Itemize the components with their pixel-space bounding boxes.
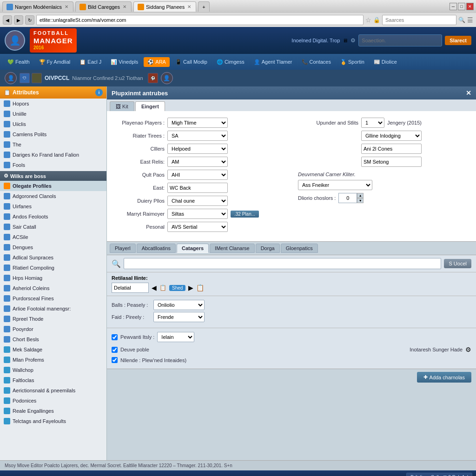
sidebar-item-arlioe[interactable]: Arlioe Footoial manengsr: — [0, 304, 106, 314]
select-marryt[interactable]: Siltas — [167, 209, 228, 219]
sidebar-item-rlatierl[interactable]: Rlatierl Compoling — [0, 263, 106, 273]
nav-diolice[interactable]: 📰 Diolice — [370, 57, 401, 67]
nav-sportin[interactable]: 🏅 Sportin — [337, 57, 368, 67]
sidebar-item-telctags[interactable]: Telctags and Fayeloults — [0, 416, 106, 426]
fm-search-input[interactable] — [358, 34, 442, 46]
sidebar-item-camlens[interactable]: Camlens Polits — [0, 129, 106, 139]
retrieval-right-icon[interactable]: ▶ — [188, 284, 193, 291]
sidebar-item-fools[interactable]: Fools — [0, 160, 106, 170]
sidebar-item-uirfanes[interactable]: Uirfanes — [0, 201, 106, 212]
close-btn[interactable]: ✕ — [466, 3, 474, 10]
nav-cimgess[interactable]: 🌐 Cimgess — [213, 57, 248, 67]
sidebar-item-pooyrdor[interactable]: Pooyrdor — [0, 324, 106, 334]
sidebar-item-mek[interactable]: Mek Saldage — [0, 344, 106, 355]
search-btn[interactable]: S Uocel — [444, 259, 471, 268]
checkbox-nllende[interactable] — [112, 357, 118, 363]
spinner-down[interactable]: ▼ — [357, 198, 364, 203]
sub-tab-catagers[interactable]: Catagers — [177, 244, 209, 253]
sidebar-item-adlical[interactable]: Adlical Sunpraces — [0, 252, 106, 263]
fm-settings-icon[interactable]: ⚙ — [350, 37, 356, 44]
sidebar-item-acsite[interactable]: ACSile — [0, 232, 106, 242]
sidebar-item-faltloclas[interactable]: Faltloclas — [0, 375, 106, 385]
filter-select-balls[interactable]: Onliolio — [153, 300, 205, 310]
input-ani[interactable] — [361, 144, 422, 154]
sub-tab-playerl[interactable]: Playerl — [110, 244, 136, 253]
nav-eacl[interactable]: 📋 Eacl J — [76, 57, 105, 67]
url-input[interactable] — [36, 15, 364, 25]
retrieval-left-icon[interactable]: ◀ — [152, 284, 157, 291]
sidebar-item-reale[interactable]: Reale Engallinges — [0, 406, 106, 416]
filter-select-faid[interactable]: Frende — [153, 312, 205, 322]
select-gllina[interactable]: Glline Inlodging — [361, 131, 422, 141]
sub-tab-gloenp[interactable]: Gloenpatics — [281, 244, 318, 253]
sidebar-item-rpreel[interactable]: Rpreel Thode — [0, 314, 106, 324]
sidebar-item-hopors[interactable]: Hopors — [0, 99, 106, 109]
select-ielain[interactable]: Ielain — [157, 332, 194, 342]
nav-fy-amdlial[interactable]: 🏆 Fy Amdlial — [35, 57, 74, 67]
bonus-input[interactable] — [338, 193, 357, 203]
tab-2-close[interactable]: ✕ — [122, 4, 127, 9]
bookmark-icon[interactable]: ☆ — [365, 16, 371, 24]
select-pesonal[interactable]: AVS Sertial — [167, 222, 228, 232]
taskbar-item[interactable]: Brikdisge Solly 🖥 2 Rob Avl — [406, 473, 472, 476]
sidebar-item-uniille[interactable]: Uniille — [0, 109, 106, 119]
sidebar-item-adgoroned[interactable]: Adgoroned Clanols — [0, 191, 106, 201]
panel-tab-eingert[interactable]: Eingert — [135, 101, 165, 111]
sidebar-item-dariges[interactable]: Dariges Ko Frand land Falion — [0, 150, 106, 160]
back-btn[interactable]: ◀ — [3, 15, 12, 25]
checkbox-deuve[interactable] — [112, 347, 118, 353]
retrieval-input[interactable] — [112, 283, 149, 293]
browser-search-input[interactable] — [382, 15, 456, 25]
nav-fealth[interactable]: 💚 Fealth — [4, 57, 33, 67]
select-playenao[interactable]: Migh Tlime — [167, 118, 228, 128]
tab-1[interactable]: Nargen Modéenlaics ✕ — [2, 1, 73, 12]
sidebar-item-podonices[interactable]: Podonices — [0, 396, 106, 406]
sidebar-item-olegate[interactable]: Olegate Profiles — [0, 181, 106, 191]
sidebar-item-andos[interactable]: Andos Feoloots — [0, 212, 106, 222]
tab-2[interactable]: Bild Caregges ✕ — [75, 1, 132, 12]
nav-call-modip[interactable]: 📱 Call Modip — [172, 57, 211, 67]
sidebar-item-mlan[interactable]: Mlan Profems — [0, 355, 106, 365]
select-riater[interactable]: SA — [167, 131, 228, 141]
sidebar-item-sair[interactable]: Sair Catall — [0, 222, 106, 232]
new-tab-btn[interactable]: + — [198, 1, 209, 12]
sidebar-item-aerictions[interactable]: Aerictionsnald & pneemilals — [0, 385, 106, 396]
sub-tab-abcatl[interactable]: Abcatlloatins — [137, 244, 176, 253]
sidebar-item-uiiclis[interactable]: Uiiclis — [0, 119, 106, 129]
forward-btn[interactable]: ▶ — [14, 15, 23, 25]
nav-vinedpls[interactable]: 📊 Vinedpls — [107, 57, 142, 67]
select-east-relis[interactable]: AM — [167, 157, 228, 167]
info-icon[interactable]: i — [95, 89, 103, 96]
sidebar-item-wallchop[interactable]: Wallchop — [0, 365, 106, 375]
select-clllers[interactable]: Helpoed — [167, 144, 228, 154]
sub-tab-dorga[interactable]: Dorga — [256, 244, 280, 253]
deuve-icon[interactable]: ⚙ — [465, 346, 471, 353]
fm-search-btn[interactable]: Slarect — [445, 36, 471, 45]
minimize-btn[interactable]: ─ — [450, 3, 457, 10]
nav-ara[interactable]: ⚽ ARA — [144, 57, 170, 67]
search-input[interactable] — [124, 258, 441, 269]
retrieval-copy-icon[interactable]: 📋 — [159, 284, 166, 291]
retrieval-action-icon[interactable]: 📋 — [196, 284, 204, 291]
sidebar-item-chort[interactable]: Chort Besls — [0, 334, 106, 344]
menu-icon[interactable]: ☰ — [467, 16, 473, 24]
select-upunder[interactable]: 1 — [361, 118, 384, 128]
sidebar-item-hrps[interactable]: Hrps Homiag — [0, 273, 106, 283]
add-charnolas-btn[interactable]: ✚ Adda charnolas — [417, 372, 471, 383]
select-qult[interactable]: AHI — [167, 170, 228, 180]
input-east[interactable] — [167, 183, 228, 193]
sidebar-item-the[interactable]: The — [0, 139, 106, 150]
nav-agent[interactable]: 👤 Agent Tlamer — [250, 57, 296, 67]
checkbox-pewvanti[interactable] — [112, 334, 118, 340]
tab-3-close[interactable]: ✕ — [186, 4, 192, 9]
sidebar-item-purdorsceal[interactable]: Purdorsceal Fines — [0, 293, 106, 304]
maximize-btn[interactable]: □ — [458, 3, 465, 10]
spinner-up[interactable]: ▲ — [357, 193, 364, 198]
sidebar-item-dengues[interactable]: Dengues — [0, 242, 106, 252]
sidebar-item-asheriol[interactable]: Asheriol Coleins — [0, 283, 106, 293]
nav-contaces[interactable]: 📞 Contaces — [298, 57, 335, 67]
panel-close-btn[interactable]: ✕ — [466, 89, 471, 97]
plan-btn[interactable]: .32 Plan... — [231, 211, 259, 218]
refresh-btn[interactable]: ↻ — [25, 15, 34, 25]
tab-3[interactable]: Siddang Planees ✕ — [133, 1, 196, 12]
